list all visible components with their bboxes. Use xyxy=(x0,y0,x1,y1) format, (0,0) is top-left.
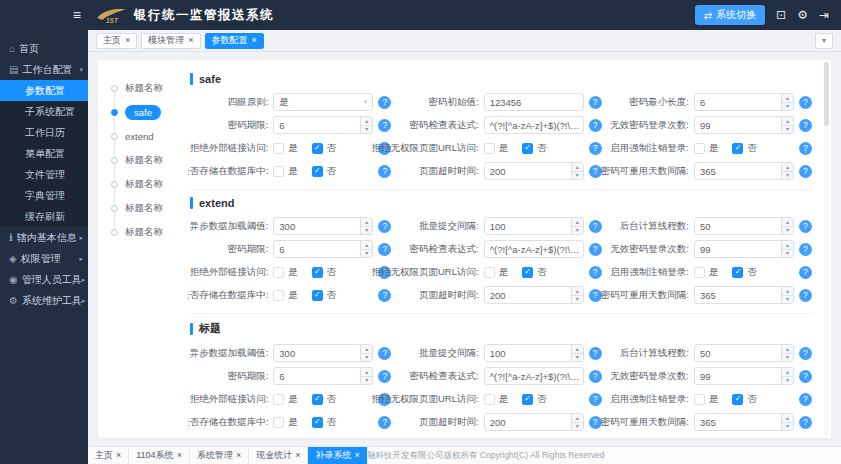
increment-icon[interactable]: ▴ xyxy=(361,218,372,227)
checkbox-option[interactable]: ✓否 xyxy=(312,393,337,406)
checkbox-unchecked-icon[interactable] xyxy=(273,267,284,278)
checkbox-unchecked-icon[interactable] xyxy=(484,143,495,154)
tab-actions-button[interactable]: ▾ xyxy=(815,33,833,49)
number-input[interactable]: 50▴▾ xyxy=(694,344,794,362)
checkbox-option[interactable]: 是 xyxy=(273,142,298,155)
decrement-icon[interactable]: ▾ xyxy=(782,103,793,111)
step-item[interactable]: extend xyxy=(110,124,188,148)
number-input[interactable]: 200▴▾ xyxy=(484,413,584,431)
help-icon[interactable]: ? xyxy=(799,220,812,233)
footer-tab-item[interactable]: 主页× xyxy=(88,447,129,464)
checkbox-option[interactable]: ✓否 xyxy=(312,142,337,155)
number-input[interactable]: 99▴▾ xyxy=(694,116,794,134)
sidebar-item[interactable]: ⚙系统维护工具▸ xyxy=(0,290,88,311)
help-icon[interactable]: ? xyxy=(589,165,602,178)
checkbox-option[interactable]: 是 xyxy=(694,393,719,406)
increment-icon[interactable]: ▴ xyxy=(782,218,793,227)
decrement-icon[interactable]: ▾ xyxy=(782,227,793,235)
close-icon[interactable]: × xyxy=(116,451,121,460)
checkbox-option[interactable]: 是 xyxy=(273,289,298,302)
help-icon[interactable]: ? xyxy=(378,220,391,233)
checkbox-option[interactable]: ✓否 xyxy=(522,266,547,279)
help-icon[interactable]: ? xyxy=(799,119,812,132)
step-item[interactable]: 标题名称 xyxy=(110,196,188,220)
checkbox-option[interactable]: ✓否 xyxy=(732,142,757,155)
decrement-icon[interactable]: ▾ xyxy=(572,296,583,304)
help-icon[interactable]: ? xyxy=(799,347,812,360)
checkbox-option[interactable]: ✓否 xyxy=(732,393,757,406)
checkbox-checked-icon[interactable]: ✓ xyxy=(312,290,323,301)
checkbox-option[interactable]: ✓否 xyxy=(312,289,337,302)
close-icon[interactable]: × xyxy=(188,36,193,45)
decrement-icon[interactable]: ▾ xyxy=(572,172,583,180)
help-icon[interactable]: ? xyxy=(799,96,812,109)
help-icon[interactable]: ? xyxy=(378,370,391,383)
checkbox-option[interactable]: ✓否 xyxy=(522,393,547,406)
number-input[interactable]: 200▴▾ xyxy=(484,162,584,180)
number-input[interactable]: 6▴▾ xyxy=(273,367,373,385)
checkbox-unchecked-icon[interactable] xyxy=(484,394,495,405)
decrement-icon[interactable]: ▾ xyxy=(572,227,583,235)
system-switch-button[interactable]: ⇄ 系统切换 xyxy=(695,5,765,25)
close-icon[interactable]: × xyxy=(252,36,257,45)
menu-toggle-icon[interactable]: ≡ xyxy=(73,7,88,23)
help-icon[interactable]: ? xyxy=(589,96,602,109)
checkbox-option[interactable]: ✓否 xyxy=(312,165,337,178)
number-input[interactable]: 365▴▾ xyxy=(694,286,794,304)
number-input[interactable]: 6▴▾ xyxy=(694,93,794,111)
text-input[interactable]: ^(?![^a-zA-z]+$)(?!\D+$)[0-9A-Za-z] xyxy=(484,116,584,134)
sidebar-item[interactable]: ◉管理人员工具▸ xyxy=(0,269,88,290)
checkbox-unchecked-icon[interactable] xyxy=(273,143,284,154)
checkbox-option[interactable]: 是 xyxy=(484,266,509,279)
checkbox-checked-icon[interactable]: ✓ xyxy=(732,143,743,154)
decrement-icon[interactable]: ▾ xyxy=(361,377,372,385)
decrement-icon[interactable]: ▾ xyxy=(361,126,372,134)
sidebar-item[interactable]: ℹ辖内基本信息▸ xyxy=(0,227,88,248)
help-icon[interactable]: ? xyxy=(799,289,812,302)
increment-icon[interactable]: ▴ xyxy=(361,345,372,354)
sidebar-subitem[interactable]: 字典管理 xyxy=(0,185,88,206)
number-input[interactable]: 365▴▾ xyxy=(694,413,794,431)
step-item[interactable]: 标题名称 xyxy=(110,172,188,196)
footer-tab-item[interactable]: 1104系统× xyxy=(129,447,190,464)
increment-icon[interactable]: ▴ xyxy=(782,345,793,354)
tab-item[interactable]: 模块管理× xyxy=(141,33,200,49)
checkbox-option[interactable]: 是 xyxy=(484,142,509,155)
number-input[interactable]: 100▴▾ xyxy=(484,344,584,362)
number-input[interactable]: 300▴▾ xyxy=(273,217,373,235)
tab-item[interactable]: 参数配置× xyxy=(205,33,264,49)
checkbox-option[interactable]: ✓否 xyxy=(522,142,547,155)
help-icon[interactable]: ? xyxy=(799,142,812,155)
step-item[interactable]: 标题名称 xyxy=(110,76,188,100)
decrement-icon[interactable]: ▾ xyxy=(572,423,583,431)
checkbox-option[interactable]: ✓否 xyxy=(732,266,757,279)
checkbox-option[interactable]: 是 xyxy=(694,266,719,279)
increment-icon[interactable]: ▴ xyxy=(361,117,372,126)
checkbox-checked-icon[interactable]: ✓ xyxy=(522,143,533,154)
number-input[interactable]: 300▴▾ xyxy=(273,344,373,362)
settings-gear-icon[interactable]: ⚙ xyxy=(797,9,808,21)
increment-icon[interactable]: ▴ xyxy=(572,163,583,172)
text-input[interactable]: ^(?![^a-zA-z]+$)(?!\D+$)[0-9A-Za-z] xyxy=(484,240,584,258)
increment-icon[interactable]: ▴ xyxy=(572,414,583,423)
increment-icon[interactable]: ▴ xyxy=(782,368,793,377)
checkbox-checked-icon[interactable]: ✓ xyxy=(312,267,323,278)
close-icon[interactable]: × xyxy=(295,451,300,460)
sidebar-subitem[interactable]: 菜单配置 xyxy=(0,143,88,164)
checkbox-unchecked-icon[interactable] xyxy=(694,394,705,405)
checkbox-checked-icon[interactable]: ✓ xyxy=(732,267,743,278)
tab-item[interactable]: 主页× xyxy=(96,33,137,49)
checkbox-checked-icon[interactable]: ✓ xyxy=(522,267,533,278)
decrement-icon[interactable]: ▾ xyxy=(782,250,793,258)
decrement-icon[interactable]: ▾ xyxy=(782,354,793,362)
help-icon[interactable]: ? xyxy=(378,416,391,429)
text-input[interactable]: 123456 xyxy=(484,93,584,111)
footer-tab-item[interactable]: 系统管理× xyxy=(190,447,249,464)
increment-icon[interactable]: ▴ xyxy=(782,241,793,250)
checkbox-checked-icon[interactable]: ✓ xyxy=(312,394,323,405)
increment-icon[interactable]: ▴ xyxy=(572,218,583,227)
help-icon[interactable]: ? xyxy=(589,370,602,383)
increment-icon[interactable]: ▴ xyxy=(361,368,372,377)
sidebar-item[interactable]: ▤工作台配置▾ xyxy=(0,59,88,80)
sidebar-item[interactable]: ◈权限管理▸ xyxy=(0,248,88,269)
